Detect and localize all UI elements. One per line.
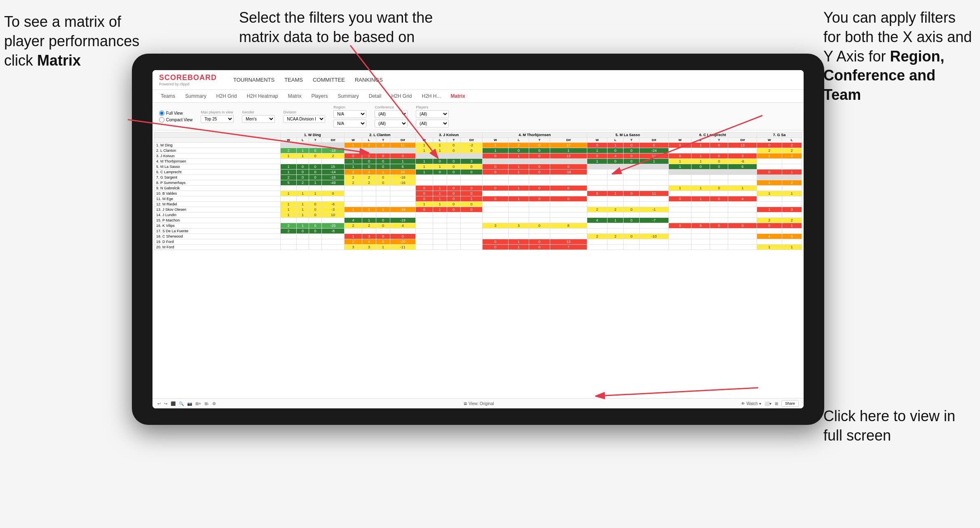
matrix-cell-empty [640,223,668,229]
matrix-row-name: 19. D Ford [155,239,281,245]
matrix-cell-empty [710,191,728,196]
nav-items: TOURNAMENTS TEAMS COMMITTEE RANKINGS [233,77,383,83]
compact-view-radio[interactable] [159,117,164,123]
players-filter: Players (All) (All) [416,105,449,127]
toolbar-icon1[interactable]: ⬛ [171,401,176,406]
subnav-h2hh[interactable]: H2H H... [420,92,442,100]
matrix-cell: 0 [482,196,508,202]
matrix-cell-empty [550,202,587,207]
subnav-matrix[interactable]: Matrix [286,92,303,100]
matrix-cell: 1 [296,153,309,159]
matrix-cell: -7 [640,218,668,223]
subnav-h2h-grid[interactable]: H2H Grid [215,92,239,100]
matrix-cell: 0 [508,148,529,153]
matrix-cell-empty [345,212,362,218]
matrix-cell: 0 [757,223,782,229]
matrix-cell-empty [624,186,640,191]
subnav-detail[interactable]: Detail [367,92,383,100]
matrix-cell-empty [782,229,802,234]
compact-view-option[interactable]: Compact View [159,117,192,123]
toolbar-undo[interactable]: ↩ [157,401,161,406]
nav-committee[interactable]: COMMITTEE [313,77,345,83]
nav-tournaments[interactable]: TOURNAMENTS [233,77,274,83]
matrix-cell-empty [321,239,344,245]
matrix-cell: -16 [390,180,415,186]
matrix-cell: 1 [433,143,447,148]
matrix-cell: 11 [640,191,668,196]
matrix-cell: 0 [529,164,550,170]
toolbar-redo[interactable]: ↪ [164,401,167,406]
matrix-cell: 3 [508,223,529,229]
region-select[interactable]: N/A [333,110,366,118]
matrix-cell-empty [529,191,550,196]
subnav-summary[interactable]: Summary [183,92,208,100]
matrix-cell: 4 [362,170,376,175]
matrix-cell-empty [757,229,782,234]
matrix-cell-empty [757,239,782,245]
nav-teams[interactable]: TEAMS [284,77,303,83]
subnav-matrix-active[interactable]: Matrix [449,92,467,100]
toolbar-icon4[interactable]: ⬜▾ [764,401,771,406]
matrix-cell: 3 [782,207,802,212]
subnav-summary2[interactable]: Summary [336,92,360,100]
toolbar-settings[interactable]: ⚙ [212,401,216,406]
matrix-cell-empty [482,207,508,212]
logo-area: SCOREBOARD Powered by clippd [159,73,217,86]
matrix-cell-empty [550,175,587,180]
watch-button[interactable]: 👁 Watch ▾ [741,401,761,406]
matrix-cell-empty [587,202,607,207]
gender-select[interactable]: Men's [242,115,275,123]
nav-rankings[interactable]: RANKINGS [355,77,383,83]
conference-select2[interactable]: (All) [375,120,408,127]
subnav-teams[interactable]: Teams [159,92,177,100]
toolbar-icon2[interactable]: ⊞+ [195,401,201,406]
matrix-cell-empty [710,170,728,175]
conference-select[interactable]: (All) [375,110,408,118]
division-select[interactable]: NCAA Division I [283,115,325,123]
subnav-players[interactable]: Players [309,92,329,100]
matrix-cell-empty [529,159,550,164]
matrix-cell: 1 [607,143,624,148]
annotation-topleft-line1: To see a matrix of [4,13,121,30]
full-view-radio[interactable] [159,111,164,116]
region-label: Region [333,105,366,109]
matrix-cell: 0 [529,143,550,148]
toolbar-icon3[interactable]: ⊞- [204,401,209,406]
matrix-cell: -18 [321,148,344,153]
wlt-3-l: L [433,138,447,143]
toolbar-camera[interactable]: 📷 [187,401,192,406]
matrix-cell: -19 [390,207,415,212]
matrix-cell: 1 [345,143,362,148]
annotation-bottomright: Click here to view in full screen [823,407,976,446]
annotation-topright-text: You can apply filters for both the X axi… [823,9,972,103]
matrix-cell-empty [728,229,757,234]
subnav-h2h-grid2[interactable]: H2H Grid [389,92,413,100]
matrix-cell: 1 [692,153,710,159]
subnav-h2h-heatmap[interactable]: H2H Heatmap [245,92,280,100]
matrix-cell-empty [461,223,483,229]
matrix-cell-empty [415,180,433,186]
toolbar-zoom-in[interactable]: 🔍 [179,401,184,406]
region-select2[interactable]: N/A [333,120,366,127]
toolbar-icon5[interactable]: ⊞ [775,401,778,406]
matrix-cell: 2 [345,170,362,175]
matrix-cell: 0 [624,143,640,148]
full-view-option[interactable]: Full View [159,111,192,116]
matrix-cell: 0 [757,143,782,148]
wlt-5-t: T [624,138,640,143]
players-select2[interactable]: (All) [416,120,449,127]
matrix-area[interactable]: 1. W Ding 2. L Clanton 3. J Koivun 4. M … [152,130,804,398]
max-players-select[interactable]: Top 25 [201,115,234,123]
matrix-cell-empty [482,180,508,186]
matrix-cell-empty [281,245,296,250]
matrix-cell-empty [296,234,309,239]
matrix-cell: 1 [782,223,802,229]
matrix-cell-empty [607,212,624,218]
matrix-cell: 24 [390,170,415,175]
matrix-cell: 2 [362,180,376,186]
matrix-cell: 2 [607,207,624,212]
matrix-cell-empty [461,234,483,239]
players-select[interactable]: (All) [416,110,449,118]
share-button[interactable]: Share [781,400,799,407]
matrix-cell: 0 [447,170,461,175]
